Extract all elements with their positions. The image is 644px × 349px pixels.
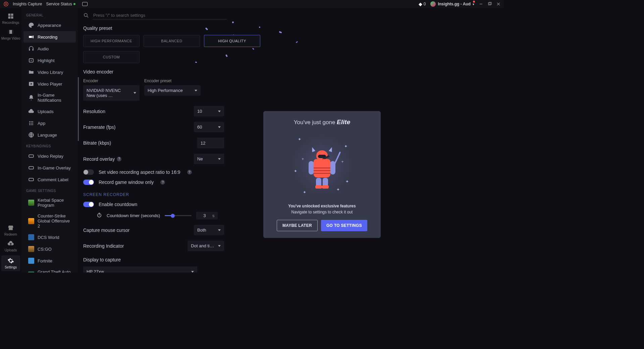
modal-illustration: ✦ ✦ ✦ ✦ ✦ ✦ + + bbox=[290, 130, 354, 200]
modal-subtitle-1: You've unlocked exclusive features bbox=[271, 204, 373, 208]
go-to-settings-button[interactable]: GO TO SETTINGS bbox=[321, 220, 367, 231]
modal-subtitle-2: Navigate to settings to check it out bbox=[271, 210, 373, 214]
elite-modal: You've just gone Elite ✦ ✦ ✦ ✦ ✦ ✦ + + bbox=[263, 111, 381, 238]
maybe-later-button[interactable]: MAYBE LATER bbox=[277, 220, 318, 231]
modal-title: You've just gone Elite bbox=[271, 118, 373, 126]
modal-backdrop: You've just gone Elite ✦ ✦ ✦ ✦ ✦ ✦ + + bbox=[0, 0, 504, 272]
